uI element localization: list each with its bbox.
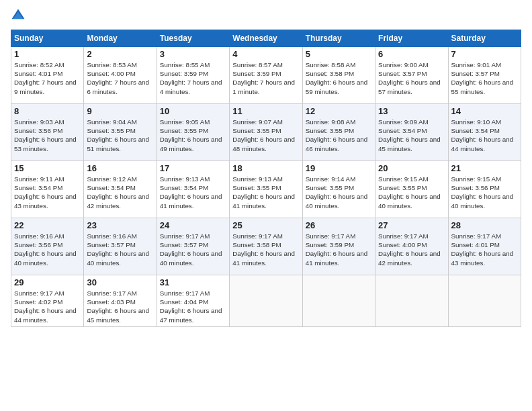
day-number: 2 bbox=[87, 49, 153, 59]
day-number: 21 bbox=[451, 163, 518, 173]
col-header-monday: Monday bbox=[84, 30, 157, 47]
day-detail: Sunrise: 9:17 AMSunset: 4:02 PMDaylight:… bbox=[14, 289, 81, 324]
day-detail: Sunrise: 9:15 AMSunset: 3:56 PMDaylight:… bbox=[451, 175, 518, 210]
calendar-cell: 3Sunrise: 8:55 AMSunset: 3:59 PMDaylight… bbox=[157, 47, 229, 104]
day-number: 19 bbox=[306, 163, 372, 173]
col-header-sunday: Sunday bbox=[11, 30, 84, 47]
col-header-wednesday: Wednesday bbox=[230, 30, 302, 47]
day-number: 12 bbox=[306, 106, 372, 116]
day-detail: Sunrise: 9:17 AMSunset: 4:03 PMDaylight:… bbox=[87, 289, 153, 324]
col-header-tuesday: Tuesday bbox=[157, 30, 229, 47]
day-detail: Sunrise: 9:01 AMSunset: 3:57 PMDaylight:… bbox=[451, 60, 518, 96]
calendar-cell bbox=[448, 275, 521, 327]
day-number: 5 bbox=[306, 49, 372, 59]
logo-icon bbox=[11, 8, 26, 23]
day-detail: Sunrise: 9:13 AMSunset: 3:55 PMDaylight:… bbox=[232, 175, 299, 210]
day-number: 15 bbox=[14, 163, 81, 173]
calendar-cell: 30Sunrise: 9:17 AMSunset: 4:03 PMDayligh… bbox=[84, 275, 157, 327]
calendar-cell: 12Sunrise: 9:08 AMSunset: 3:55 PMDayligh… bbox=[302, 104, 375, 161]
calendar-cell: 16Sunrise: 9:12 AMSunset: 3:54 PMDayligh… bbox=[84, 161, 157, 218]
day-number: 1 bbox=[14, 49, 81, 59]
calendar-cell: 22Sunrise: 9:16 AMSunset: 3:56 PMDayligh… bbox=[11, 218, 84, 275]
day-number: 13 bbox=[378, 106, 445, 116]
day-detail: Sunrise: 9:17 AMSunset: 4:04 PMDaylight:… bbox=[160, 289, 226, 324]
day-detail: Sunrise: 8:58 AMSunset: 3:58 PMDaylight:… bbox=[306, 60, 372, 96]
calendar-cell: 11Sunrise: 9:07 AMSunset: 3:55 PMDayligh… bbox=[230, 104, 302, 161]
calendar-cell: 7Sunrise: 9:01 AMSunset: 3:57 PMDaylight… bbox=[448, 47, 521, 104]
day-detail: Sunrise: 9:05 AMSunset: 3:55 PMDaylight:… bbox=[160, 118, 226, 153]
day-number: 23 bbox=[87, 220, 153, 230]
calendar-week-row: 15Sunrise: 9:11 AMSunset: 3:54 PMDayligh… bbox=[11, 161, 521, 218]
calendar-cell: 2Sunrise: 8:53 AMSunset: 4:00 PMDaylight… bbox=[84, 47, 157, 104]
col-header-saturday: Saturday bbox=[448, 30, 521, 47]
calendar-cell: 14Sunrise: 9:10 AMSunset: 3:54 PMDayligh… bbox=[448, 104, 521, 161]
page-header bbox=[11, 8, 521, 23]
day-number: 29 bbox=[14, 277, 81, 287]
day-detail: Sunrise: 9:14 AMSunset: 3:55 PMDaylight:… bbox=[306, 175, 372, 210]
calendar-cell bbox=[230, 275, 302, 327]
day-number: 3 bbox=[160, 49, 226, 59]
day-detail: Sunrise: 9:17 AMSunset: 3:59 PMDaylight:… bbox=[306, 232, 372, 267]
calendar-cell: 5Sunrise: 8:58 AMSunset: 3:58 PMDaylight… bbox=[302, 47, 375, 104]
calendar-cell: 26Sunrise: 9:17 AMSunset: 3:59 PMDayligh… bbox=[302, 218, 375, 275]
calendar-cell: 20Sunrise: 9:15 AMSunset: 3:55 PMDayligh… bbox=[375, 161, 448, 218]
calendar-cell: 23Sunrise: 9:16 AMSunset: 3:57 PMDayligh… bbox=[84, 218, 157, 275]
day-number: 4 bbox=[232, 49, 299, 59]
calendar-cell: 25Sunrise: 9:17 AMSunset: 3:58 PMDayligh… bbox=[230, 218, 302, 275]
calendar-table: SundayMondayTuesdayWednesdayThursdayFrid… bbox=[11, 30, 521, 327]
day-number: 10 bbox=[160, 106, 226, 116]
calendar-cell: 29Sunrise: 9:17 AMSunset: 4:02 PMDayligh… bbox=[11, 275, 84, 327]
calendar-cell: 15Sunrise: 9:11 AMSunset: 3:54 PMDayligh… bbox=[11, 161, 84, 218]
calendar-week-row: 29Sunrise: 9:17 AMSunset: 4:02 PMDayligh… bbox=[11, 275, 521, 327]
day-detail: Sunrise: 8:55 AMSunset: 3:59 PMDaylight:… bbox=[160, 60, 226, 96]
day-number: 16 bbox=[87, 163, 153, 173]
day-number: 28 bbox=[451, 220, 518, 230]
calendar-cell: 9Sunrise: 9:04 AMSunset: 3:55 PMDaylight… bbox=[84, 104, 157, 161]
calendar-week-row: 22Sunrise: 9:16 AMSunset: 3:56 PMDayligh… bbox=[11, 218, 521, 275]
calendar-cell: 27Sunrise: 9:17 AMSunset: 4:00 PMDayligh… bbox=[375, 218, 448, 275]
day-number: 27 bbox=[378, 220, 445, 230]
day-number: 22 bbox=[14, 220, 81, 230]
day-detail: Sunrise: 9:17 AMSunset: 4:01 PMDaylight:… bbox=[451, 232, 518, 267]
day-number: 26 bbox=[306, 220, 372, 230]
day-detail: Sunrise: 9:16 AMSunset: 3:56 PMDaylight:… bbox=[14, 232, 81, 267]
day-detail: Sunrise: 9:16 AMSunset: 3:57 PMDaylight:… bbox=[87, 232, 153, 267]
calendar-cell: 31Sunrise: 9:17 AMSunset: 4:04 PMDayligh… bbox=[157, 275, 229, 327]
calendar-cell: 8Sunrise: 9:03 AMSunset: 3:56 PMDaylight… bbox=[11, 104, 84, 161]
calendar-week-row: 8Sunrise: 9:03 AMSunset: 3:56 PMDaylight… bbox=[11, 104, 521, 161]
col-header-friday: Friday bbox=[375, 30, 448, 47]
calendar-cell: 4Sunrise: 8:57 AMSunset: 3:59 PMDaylight… bbox=[230, 47, 302, 104]
calendar-cell: 28Sunrise: 9:17 AMSunset: 4:01 PMDayligh… bbox=[448, 218, 521, 275]
calendar-cell bbox=[302, 275, 375, 327]
calendar-cell: 6Sunrise: 9:00 AMSunset: 3:57 PMDaylight… bbox=[375, 47, 448, 104]
calendar-cell: 10Sunrise: 9:05 AMSunset: 3:55 PMDayligh… bbox=[157, 104, 229, 161]
day-detail: Sunrise: 9:15 AMSunset: 3:55 PMDaylight:… bbox=[378, 175, 445, 210]
day-number: 24 bbox=[160, 220, 226, 230]
day-number: 31 bbox=[160, 277, 226, 287]
calendar-cell: 21Sunrise: 9:15 AMSunset: 3:56 PMDayligh… bbox=[448, 161, 521, 218]
calendar-cell: 19Sunrise: 9:14 AMSunset: 3:55 PMDayligh… bbox=[302, 161, 375, 218]
day-number: 17 bbox=[160, 163, 226, 173]
calendar-cell: 13Sunrise: 9:09 AMSunset: 3:54 PMDayligh… bbox=[375, 104, 448, 161]
day-detail: Sunrise: 9:04 AMSunset: 3:55 PMDaylight:… bbox=[87, 118, 153, 153]
page-container: SundayMondayTuesdayWednesdayThursdayFrid… bbox=[0, 0, 532, 334]
day-number: 11 bbox=[232, 106, 299, 116]
day-detail: Sunrise: 9:13 AMSunset: 3:54 PMDaylight:… bbox=[160, 175, 226, 210]
day-number: 20 bbox=[378, 163, 445, 173]
day-detail: Sunrise: 9:17 AMSunset: 3:57 PMDaylight:… bbox=[160, 232, 226, 267]
col-header-thursday: Thursday bbox=[302, 30, 375, 47]
day-number: 7 bbox=[451, 49, 518, 59]
calendar-cell bbox=[375, 275, 448, 327]
day-number: 25 bbox=[232, 220, 299, 230]
calendar-cell: 18Sunrise: 9:13 AMSunset: 3:55 PMDayligh… bbox=[230, 161, 302, 218]
day-number: 9 bbox=[87, 106, 153, 116]
calendar-cell: 1Sunrise: 8:52 AMSunset: 4:01 PMDaylight… bbox=[11, 47, 84, 104]
day-number: 6 bbox=[378, 49, 445, 59]
day-detail: Sunrise: 8:57 AMSunset: 3:59 PMDaylight:… bbox=[232, 60, 299, 96]
calendar-cell: 17Sunrise: 9:13 AMSunset: 3:54 PMDayligh… bbox=[157, 161, 229, 218]
day-detail: Sunrise: 9:03 AMSunset: 3:56 PMDaylight:… bbox=[14, 118, 81, 153]
day-detail: Sunrise: 9:07 AMSunset: 3:55 PMDaylight:… bbox=[232, 118, 299, 153]
logo bbox=[11, 8, 28, 23]
day-detail: Sunrise: 9:12 AMSunset: 3:54 PMDaylight:… bbox=[87, 175, 153, 210]
day-detail: Sunrise: 9:09 AMSunset: 3:54 PMDaylight:… bbox=[378, 118, 445, 153]
